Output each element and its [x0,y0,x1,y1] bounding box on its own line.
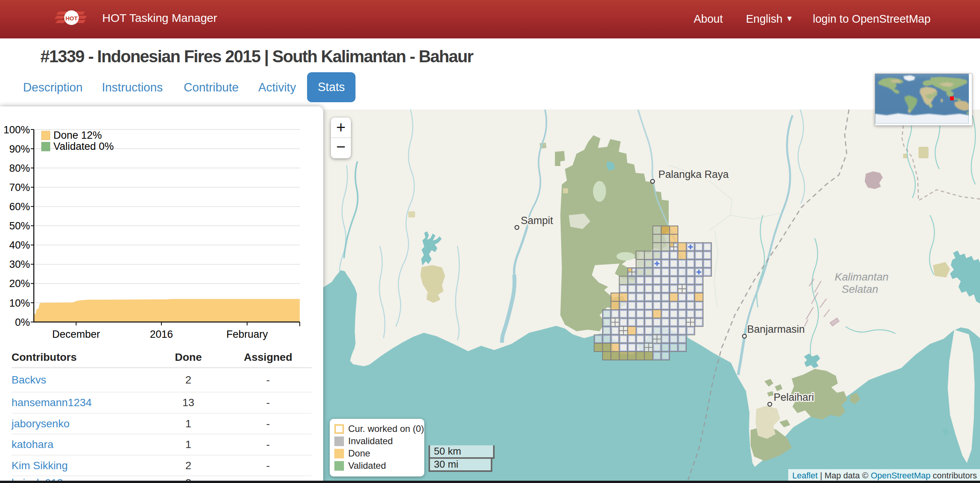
svg-text:December: December [52,329,100,340]
svg-text:80%: 80% [9,163,30,174]
svg-text:Palangka Raya: Palangka Raya [658,169,729,180]
svg-text:100%: 100% [3,124,30,136]
svg-text:Banjarmasin: Banjarmasin [747,324,805,335]
svg-text:Done 12%: Done 12% [53,129,102,141]
svg-text:Pelaihari: Pelaihari [774,392,814,403]
svg-text:10%: 10% [9,297,30,309]
svg-text:70%: 70% [9,182,30,193]
svg-text:0%: 0% [15,317,30,328]
svg-text:40%: 40% [9,239,30,251]
svg-text:HOT: HOT [65,15,78,22]
svg-text:30%: 30% [9,259,30,270]
svg-text:Sampit: Sampit [521,215,553,226]
svg-text:February: February [226,329,268,340]
svg-text:2016: 2016 [150,329,173,340]
svg-text:Kalimantan: Kalimantan [835,271,889,283]
svg-text:60%: 60% [9,201,30,212]
svg-text:50%: 50% [9,220,30,232]
svg-text:Selatan: Selatan [842,283,878,295]
svg-text:Validated 0%: Validated 0% [53,141,114,152]
svg-text:20%: 20% [9,278,30,289]
svg-text:90%: 90% [9,143,30,155]
